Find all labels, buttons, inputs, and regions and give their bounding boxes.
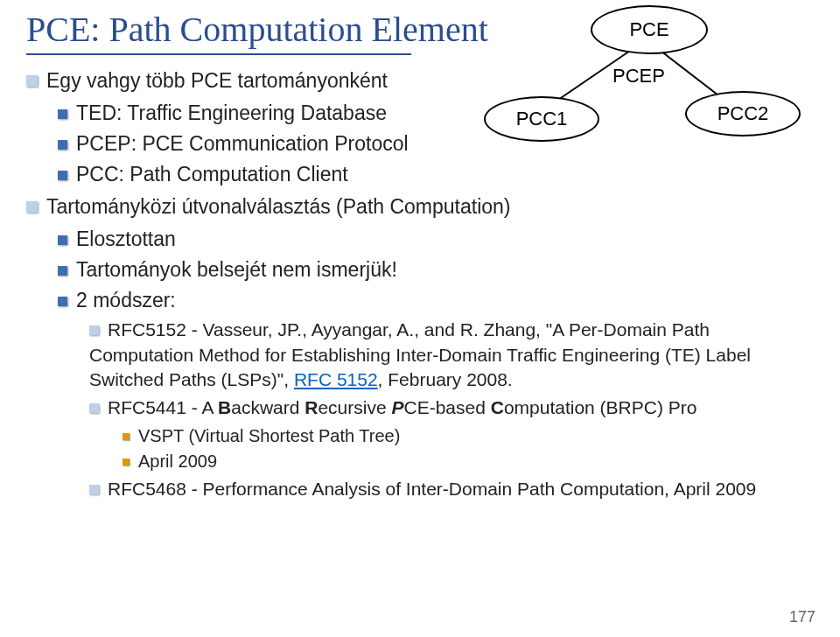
bullet-l4: VSPT (Virtual Shortest Path Tree) xyxy=(122,424,814,448)
bullet-text: TED: Traffic Engineering Database xyxy=(76,102,387,124)
page-number: 177 xyxy=(789,608,816,626)
bullet-text: PCC: Path Computation Client xyxy=(76,163,348,186)
bullet-text: Egy vahgy több PCE tartományonként xyxy=(46,69,388,92)
bullet-text: VSPT (Virtual Shortest Path Tree) xyxy=(138,426,400,445)
bold-c: C xyxy=(491,397,504,417)
bold-r: R xyxy=(304,397,318,417)
bullet-l2: PCC: Path Computation Client xyxy=(58,161,814,188)
pce-diagram: PCE PCEP PCC1 PCC2 xyxy=(459,4,818,161)
bullet-text: April 2009 xyxy=(138,452,217,471)
bold-p: P xyxy=(391,397,403,417)
bullet-l3: RFC5468 - Performance Analysis of Inter-… xyxy=(89,477,814,501)
node-pcc2: PCC2 xyxy=(685,91,801,136)
bullet-icon xyxy=(58,140,67,150)
bullet-text: 2 módszer: xyxy=(76,289,176,312)
title-divider xyxy=(26,53,411,55)
bullet-icon xyxy=(58,171,67,180)
bullet-text: RFC5441 - A Backward Recursive PCE-based… xyxy=(108,397,696,417)
text-span: CE-based xyxy=(403,397,490,417)
svg-line-1 xyxy=(661,51,722,98)
bullet-l4: April 2009 xyxy=(122,450,814,473)
bullet-text: PCEP: PCE Communication Protocol xyxy=(76,132,409,155)
bullet-l3: RFC5441 - A Backward Recursive PCE-based… xyxy=(89,396,814,420)
bullet-icon xyxy=(89,485,99,494)
bullet-l1: Tartományközi útvonalválasztás (Path Com… xyxy=(26,193,814,220)
bullet-icon xyxy=(58,109,67,119)
bullet-l2: 2 módszer: xyxy=(58,287,814,314)
bullet-icon xyxy=(58,235,67,245)
text-span: , February 2008. xyxy=(378,369,513,389)
bullet-text: Tartományok belsejét nem ismerjük! xyxy=(76,258,397,281)
bullet-l3: RFC5152 - Vasseur, JP., Ayyangar, A., an… xyxy=(89,318,814,392)
bullet-l2: Tartományok belsejét nem ismerjük! xyxy=(58,256,814,284)
bullet-l2: Elosztottan xyxy=(58,226,814,253)
bullet-text: Elosztottan xyxy=(76,228,176,250)
node-pcc1: PCC1 xyxy=(484,96,599,142)
bullet-icon xyxy=(89,403,99,413)
node-pce: PCE xyxy=(591,5,708,54)
bullet-text: RFC5468 - Performance Analysis of Inter-… xyxy=(108,479,756,499)
label-pcep: PCEP xyxy=(612,65,665,88)
rfc-link[interactable]: RFC 5152 xyxy=(294,369,378,389)
bullet-icon xyxy=(122,458,130,466)
bullet-icon xyxy=(58,297,67,306)
text-span: ackward xyxy=(231,397,304,417)
bold-b: B xyxy=(218,397,231,417)
bullet-icon xyxy=(122,433,130,440)
text-span: ecursive xyxy=(318,397,391,417)
bullet-text: Tartományközi útvonalválasztás (Path Com… xyxy=(46,195,511,218)
bullet-icon xyxy=(26,75,38,87)
text-span: RFC5441 - A xyxy=(108,397,218,417)
bullet-icon xyxy=(58,266,67,276)
bullet-icon xyxy=(26,201,38,213)
bullet-icon xyxy=(89,326,99,335)
bullet-text: RFC5152 - Vasseur, JP., Ayyangar, A., an… xyxy=(89,319,751,389)
text-span: omputation (BRPC) Pro xyxy=(504,397,697,417)
